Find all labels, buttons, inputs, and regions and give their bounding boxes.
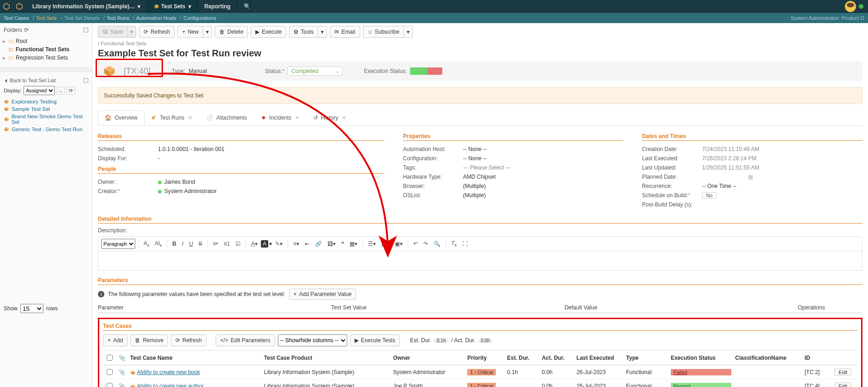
text-color-button[interactable]: A▾ — [249, 239, 260, 248]
col-header[interactable]: Last Executed — [575, 351, 624, 365]
new-button[interactable]: +New — [177, 26, 203, 38]
col-header[interactable]: ClassificationName — [733, 351, 802, 365]
image-button[interactable]: 🖼▾ — [325, 239, 338, 248]
search-button[interactable]: 🔍 — [237, 0, 251, 13]
tc-refresh-button[interactable]: ⟳ Refresh — [171, 334, 206, 346]
description-editor[interactable] — [98, 251, 862, 271]
tools-dropdown[interactable]: ▾ — [318, 26, 327, 38]
tree-regression[interactable]: ▸🗀Regression Test Sets — [3, 54, 89, 62]
planned-date-picker[interactable]: ▦ — [702, 174, 753, 180]
paragraph-select[interactable]: Paragraph — [101, 239, 135, 249]
save-dropdown[interactable]: ▾ — [127, 26, 136, 38]
col-header[interactable]: Test Case Product — [262, 351, 391, 365]
col-header[interactable]: Act. Dur. — [540, 351, 574, 365]
clear-format-button[interactable]: ✎▾ — [273, 239, 285, 248]
checklist-button[interactable]: ☑ — [233, 239, 243, 248]
close-icon[interactable]: ✕ — [188, 115, 193, 121]
chevron-down-icon[interactable]: ⌵ — [57, 87, 65, 95]
strike-button[interactable]: S — [196, 239, 205, 248]
row-checkbox[interactable] — [107, 383, 113, 387]
tab-history[interactable]: ↺History✕ — [307, 110, 353, 125]
back-icon[interactable]: ⏴ — [4, 78, 9, 83]
subscribe-dropdown[interactable]: ▾ — [404, 26, 413, 38]
table-row[interactable]: 📎 Ability to create new bookLibrary Info… — [103, 365, 857, 379]
fullscreen-button[interactable]: ⛶ — [460, 239, 470, 248]
list-item[interactable]: Generic Test - Demo Test Run — [4, 126, 88, 133]
email-button[interactable]: ✉Email — [330, 26, 360, 38]
tools-button[interactable]: ✿Tools — [289, 26, 318, 38]
calendar-icon[interactable]: ▦ — [748, 174, 753, 180]
media-button[interactable]: ▦▾ — [379, 239, 392, 248]
show-select[interactable]: 15 — [20, 304, 43, 313]
field-value[interactable]: -- None -- — [463, 146, 487, 152]
avatar[interactable] — [845, 1, 856, 12]
add-param-button[interactable]: + Add Parameter Value — [289, 289, 356, 300]
col-header[interactable]: Test Case Name — [128, 351, 262, 365]
field-value[interactable]: No — [702, 192, 717, 199]
bold-button[interactable]: B — [170, 239, 179, 248]
tc-edit-params-button[interactable]: </> Edit Parameters — [216, 334, 275, 346]
list-item[interactable]: Brand New Smoke Demo Test Set — [4, 113, 88, 126]
col-header[interactable]: Priority — [465, 351, 505, 365]
refresh-icon[interactable]: ⟳ — [24, 27, 29, 33]
nav-reporting[interactable]: Reporting — [198, 0, 238, 13]
status-chip[interactable]: Failed — [671, 369, 732, 375]
testcase-link[interactable]: Ability to create new book — [137, 369, 200, 375]
display-select[interactable]: Assigned — [24, 86, 55, 95]
subnav-automation-hosts[interactable]: Automation Hosts — [136, 15, 176, 21]
table-row[interactable]: 📎 Ability to create new authorLibrary In… — [103, 379, 857, 387]
highlight-button[interactable]: A — [261, 240, 268, 248]
indent-button[interactable]: ⇤ — [302, 239, 312, 248]
align-button[interactable]: ≡▾ — [291, 239, 301, 248]
subnav-test-set-details[interactable]: Test Set Details — [64, 15, 99, 21]
undo-button[interactable]: ↶ — [411, 239, 420, 248]
col-header[interactable]: Owner — [391, 351, 465, 365]
select-all-checkbox[interactable] — [107, 355, 113, 361]
col-header[interactable]: Execution Status — [669, 351, 734, 365]
tree-root[interactable]: ▸🗀Root — [3, 37, 89, 45]
save-button[interactable]: 🖫Save — [98, 26, 127, 38]
delete-button[interactable]: 🗑Delete — [215, 26, 248, 38]
refresh-button[interactable]: ⟳Refresh — [139, 26, 175, 38]
find-button[interactable]: 🔍 — [431, 239, 443, 248]
subnav-test-cases[interactable]: Test Cases — [4, 15, 29, 21]
collapse-icon[interactable] — [84, 28, 88, 32]
tree-functional[interactable]: 🗀Functional Test Sets — [3, 45, 89, 54]
close-icon[interactable]: ✕ — [295, 115, 300, 121]
bullets-button[interactable]: ≡• — [211, 239, 220, 248]
font-size-button[interactable]: AI▾ — [152, 239, 164, 249]
col-header[interactable]: ID — [803, 351, 832, 365]
nav-test-sets[interactable]: Test Sets ▾ — [147, 0, 198, 13]
redo-button[interactable]: ↷ — [421, 239, 430, 248]
edit-row-button[interactable]: Edit — [834, 382, 851, 387]
quote-button[interactable]: ❝ — [339, 239, 346, 248]
link-button[interactable]: 🔗 — [313, 239, 324, 248]
tab-overview[interactable]: 🏠Overview — [98, 110, 145, 125]
italic-button[interactable]: I — [180, 239, 186, 248]
tc-remove-button[interactable]: 🗑 Remove — [130, 334, 168, 346]
subscribe-button[interactable]: ☆Subscribe — [363, 26, 404, 38]
edit-row-button[interactable]: Edit — [834, 369, 851, 376]
subnav-test-runs[interactable]: Test Runs — [107, 15, 129, 21]
numbering-button[interactable]: ≡1 — [221, 239, 232, 248]
list-item[interactable]: Sample Test Set — [4, 105, 88, 113]
status-chip[interactable]: Passed — [671, 383, 732, 387]
back-link[interactable]: Back to Test Set List — [10, 78, 55, 83]
project-dropdown[interactable]: Library Information System (Sample)… ▾ — [26, 0, 147, 13]
tc-execute-button[interactable]: ▶ Execute Tests — [350, 334, 400, 346]
refresh-icon[interactable]: ⟳ — [66, 87, 75, 95]
new-dropdown[interactable]: ▾ — [203, 26, 212, 38]
insert-button[interactable]: ☰▾ — [366, 239, 378, 248]
tab-attachments[interactable]: 📄Attachments — [199, 110, 254, 125]
field-value[interactable]: --- Please Select --- — [463, 164, 511, 171]
collapse-icon[interactable] — [84, 78, 88, 83]
execute-button[interactable]: ▶Execute — [251, 26, 286, 38]
font-family-button[interactable]: A▾ — [141, 239, 151, 249]
testcase-link[interactable]: Ability to create new author — [137, 383, 204, 387]
showhide-columns-select[interactable]: -- Show/hide columns -- — [278, 334, 347, 346]
close-icon[interactable]: ✕ — [342, 115, 346, 121]
subnav-configurations[interactable]: Configurations — [183, 15, 216, 21]
col-header[interactable]: Type — [624, 351, 669, 365]
field-value[interactable]: -- None -- — [463, 155, 487, 162]
tab-test-runs[interactable]: Test Runs✕ — [145, 110, 199, 125]
